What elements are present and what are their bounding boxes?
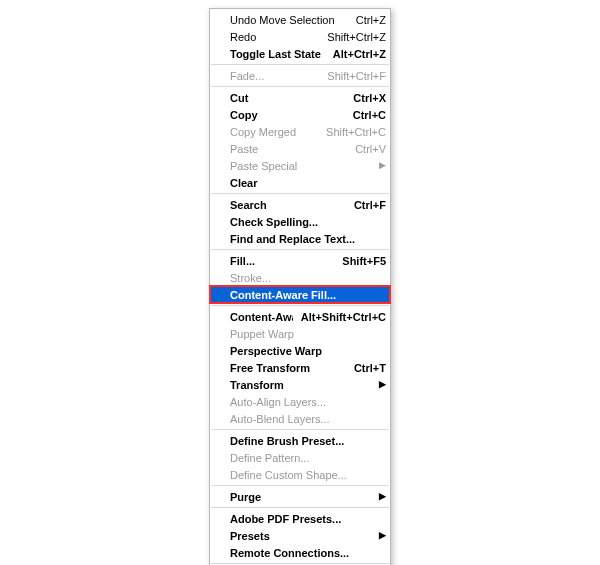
menu-item-copy-merged: Copy MergedShift+Ctrl+C	[210, 123, 390, 140]
menu-item-puppet-warp: Puppet Warp	[210, 325, 390, 342]
menu-item-shortcut: Shift+Ctrl+F	[319, 70, 386, 82]
menu-item-fill[interactable]: Fill...Shift+F5	[210, 252, 390, 269]
menu-item-label: Redo	[230, 31, 319, 43]
menu-separator	[211, 563, 389, 564]
menu-item-shortcut: Ctrl+X	[345, 92, 386, 104]
menu-item-undo-move-selection[interactable]: Undo Move SelectionCtrl+Z	[210, 11, 390, 28]
menu-item-label: Purge	[230, 491, 378, 503]
menu-item-paste-special: Paste Special▶	[210, 157, 390, 174]
menu-item-label: Adobe PDF Presets...	[230, 513, 386, 525]
menu-item-label: Presets	[230, 530, 378, 542]
menu-item-free-transform[interactable]: Free TransformCtrl+T	[210, 359, 390, 376]
menu-item-label: Clear	[230, 177, 386, 189]
menu-item-label: Toggle Last State	[230, 48, 325, 60]
menu-item-shortcut: Ctrl+C	[345, 109, 386, 121]
menu-item-shortcut: Ctrl+Z	[348, 14, 386, 26]
submenu-arrow-icon: ▶	[378, 531, 386, 540]
menu-item-shortcut: Shift+F5	[334, 255, 386, 267]
menu-item-remote-connections[interactable]: Remote Connections...	[210, 544, 390, 561]
menu-item-shortcut: Shift+Ctrl+Z	[319, 31, 386, 43]
menu-item-label: Perspective Warp	[230, 345, 386, 357]
menu-item-label: Paste	[230, 143, 347, 155]
menu-separator	[211, 193, 389, 194]
submenu-arrow-icon: ▶	[378, 492, 386, 501]
menu-item-presets[interactable]: Presets▶	[210, 527, 390, 544]
menu-separator	[211, 305, 389, 306]
menu-item-label: Copy	[230, 109, 345, 121]
menu-item-stroke: Stroke...	[210, 269, 390, 286]
menu-item-label: Content-Aware Fill...	[230, 289, 386, 301]
menu-item-purge[interactable]: Purge▶	[210, 488, 390, 505]
menu-item-check-spelling[interactable]: Check Spelling...	[210, 213, 390, 230]
menu-item-shortcut: Alt+Shift+Ctrl+C	[293, 311, 386, 323]
edit-menu: Undo Move SelectionCtrl+ZRedoShift+Ctrl+…	[209, 8, 391, 565]
menu-item-label: Cut	[230, 92, 345, 104]
menu-item-label: Define Pattern...	[230, 452, 386, 464]
menu-item-label: Copy Merged	[230, 126, 318, 138]
submenu-arrow-icon: ▶	[378, 380, 386, 389]
menu-item-shortcut: Ctrl+F	[346, 199, 386, 211]
menu-item-label: Fill...	[230, 255, 334, 267]
menu-item-label: Fade...	[230, 70, 319, 82]
menu-item-label: Auto-Blend Layers...	[230, 413, 386, 425]
menu-item-find-and-replace-text[interactable]: Find and Replace Text...	[210, 230, 390, 247]
menu-item-fade: Fade...Shift+Ctrl+F	[210, 67, 390, 84]
menu-separator	[211, 64, 389, 65]
menu-item-label: Find and Replace Text...	[230, 233, 386, 245]
menu-item-label: Stroke...	[230, 272, 386, 284]
menu-item-label: Check Spelling...	[230, 216, 386, 228]
menu-item-label: Auto-Align Layers...	[230, 396, 386, 408]
menu-item-label: Paste Special	[230, 160, 378, 172]
submenu-arrow-icon: ▶	[378, 161, 386, 170]
menu-item-define-pattern: Define Pattern...	[210, 449, 390, 466]
menu-item-clear[interactable]: Clear	[210, 174, 390, 191]
menu-item-label: Define Brush Preset...	[230, 435, 386, 447]
menu-item-cut[interactable]: CutCtrl+X	[210, 89, 390, 106]
menu-item-perspective-warp[interactable]: Perspective Warp	[210, 342, 390, 359]
menu-item-shortcut: Shift+Ctrl+C	[318, 126, 386, 138]
menu-separator	[211, 249, 389, 250]
menu-item-label: Content-Aware Scale	[230, 311, 293, 323]
menu-separator	[211, 507, 389, 508]
menu-item-auto-align-layers: Auto-Align Layers...	[210, 393, 390, 410]
menu-item-shortcut: Ctrl+V	[347, 143, 386, 155]
menu-item-define-brush-preset[interactable]: Define Brush Preset...	[210, 432, 390, 449]
menu-item-adobe-pdf-presets[interactable]: Adobe PDF Presets...	[210, 510, 390, 527]
menu-item-redo[interactable]: RedoShift+Ctrl+Z	[210, 28, 390, 45]
menu-item-label: Puppet Warp	[230, 328, 386, 340]
menu-item-paste: PasteCtrl+V	[210, 140, 390, 157]
menu-item-auto-blend-layers: Auto-Blend Layers...	[210, 410, 390, 427]
menu-separator	[211, 485, 389, 486]
menu-item-search[interactable]: SearchCtrl+F	[210, 196, 390, 213]
menu-separator	[211, 429, 389, 430]
menu-item-content-aware-fill[interactable]: Content-Aware Fill...	[210, 286, 390, 303]
menu-separator	[211, 86, 389, 87]
menu-item-toggle-last-state[interactable]: Toggle Last StateAlt+Ctrl+Z	[210, 45, 390, 62]
menu-item-label: Define Custom Shape...	[230, 469, 386, 481]
menu-item-label: Search	[230, 199, 346, 211]
menu-item-label: Undo Move Selection	[230, 14, 348, 26]
menu-item-copy[interactable]: CopyCtrl+C	[210, 106, 390, 123]
menu-item-label: Remote Connections...	[230, 547, 386, 559]
menu-item-label: Transform	[230, 379, 378, 391]
menu-item-shortcut: Ctrl+T	[346, 362, 386, 374]
menu-item-transform[interactable]: Transform▶	[210, 376, 390, 393]
menu-item-label: Free Transform	[230, 362, 346, 374]
menu-item-content-aware-scale[interactable]: Content-Aware ScaleAlt+Shift+Ctrl+C	[210, 308, 390, 325]
menu-item-shortcut: Alt+Ctrl+Z	[325, 48, 386, 60]
menu-item-define-custom-shape: Define Custom Shape...	[210, 466, 390, 483]
